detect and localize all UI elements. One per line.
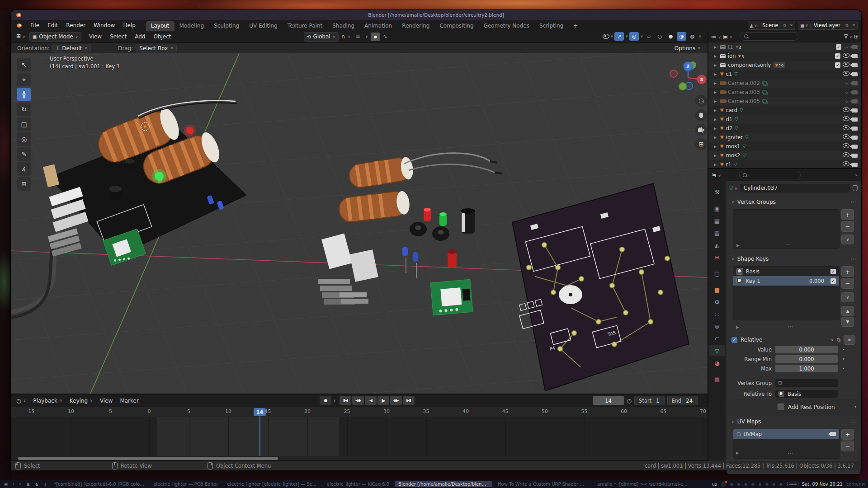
mode-dropdown[interactable]: ▣ Object Mode ∨	[29, 32, 81, 42]
outliner-search-input[interactable]	[741, 32, 798, 41]
playback-menu[interactable]: Playback∨	[29, 398, 66, 404]
snap-settings-dropdown[interactable]: ∨	[348, 35, 350, 39]
workspace-tab[interactable]: Scripting	[534, 21, 568, 31]
hide-eye-toggle[interactable]	[843, 53, 849, 59]
properties-tab[interactable]: ⚒	[710, 187, 724, 197]
expand-arrow-icon[interactable]: ▶	[714, 63, 718, 67]
current-frame-badge[interactable]: 14	[254, 408, 266, 416]
camera-render-toggle[interactable]	[852, 72, 858, 76]
workspace-tab[interactable]: Shading	[327, 21, 359, 31]
expand-arrow-icon[interactable]: ▶	[714, 72, 718, 76]
workspace-tab[interactable]: Rendering	[397, 21, 434, 31]
shading-wireframe-icon[interactable]: ○	[655, 32, 665, 41]
object-name[interactable]: card	[726, 107, 737, 113]
shape-key-mute-checkbox[interactable]: ✓	[830, 278, 836, 284]
vertex-groups-title[interactable]: Vertex Groups	[737, 199, 776, 205]
object-name[interactable]: d2	[726, 125, 733, 131]
properties-tab[interactable]: ▢	[710, 268, 724, 279]
tool-button[interactable]: ╬	[17, 88, 31, 101]
hide-eye-toggle[interactable]	[843, 134, 849, 141]
outliner-row[interactable]: ▶ ▼ d2 ▽ ▼ ✓ ⌄	[708, 124, 861, 133]
next-keyframe-button[interactable]: ◆▶	[390, 396, 402, 405]
camera-render-toggle[interactable]	[852, 63, 858, 67]
camera-render-toggle[interactable]	[852, 163, 858, 167]
use-preview-range-icon[interactable]: ◷	[627, 398, 632, 404]
properties-search-input[interactable]	[739, 171, 801, 179]
properties-tab[interactable]: ⚙	[710, 296, 724, 307]
hide-eye-toggle[interactable]	[843, 107, 849, 113]
properties-tab[interactable]: ▣	[710, 203, 724, 214]
app-icon[interactable]: ♞	[33, 482, 40, 487]
end-frame-field[interactable]: End24	[667, 396, 698, 405]
taskbar-window-button[interactable]: amalie ~ [dimmd] >< weird-kternel-clouds…	[594, 481, 691, 487]
camera-render-toggle[interactable]	[852, 136, 858, 140]
object-name[interactable]: componentsonly	[728, 62, 771, 68]
panel-collapse-icon[interactable]: ∨	[731, 200, 734, 204]
animate-dot[interactable]: •	[840, 347, 847, 352]
show-gizmo-icon[interactable]: ↗	[614, 32, 624, 41]
workspace-tab[interactable]: Geometry Nodes	[479, 21, 534, 31]
new-scene-icon[interactable]: ⧉	[781, 23, 788, 28]
hide-eye-toggle[interactable]	[843, 116, 849, 122]
list-resize-handle[interactable]: ∷∷	[786, 243, 790, 248]
shape-key-name[interactable]: Key 1	[746, 278, 760, 284]
shape-key-row[interactable]: Key 1 0.000 ✓	[733, 276, 839, 286]
expand-arrow-icon[interactable]: ▶	[714, 99, 718, 103]
remove-viewlayer-icon[interactable]: ✕	[850, 23, 857, 28]
object-name[interactable]: r1	[726, 161, 731, 168]
add-rest-position-checkbox[interactable]	[778, 404, 784, 410]
hide-eye-toggle[interactable]	[843, 71, 849, 77]
menubar-menu[interactable]: Window	[90, 20, 119, 31]
camera-render-toggle[interactable]	[852, 108, 858, 113]
vertex-groups-list[interactable]: ▶∷∷	[733, 209, 840, 249]
current-frame-field[interactable]: 14	[593, 396, 624, 405]
object-name[interactable]: ion	[728, 53, 736, 59]
expand-arrow-icon[interactable]: ▶	[714, 90, 718, 94]
scene-name[interactable]: Scene	[759, 22, 781, 28]
outliner-row[interactable]: ▶ ▼ componentsonly ▽ ▼19 ✓ ⌄	[708, 61, 861, 70]
eye-closed-toggle[interactable]: ⌄	[844, 81, 849, 85]
properties-tab[interactable]: ⊂	[710, 333, 724, 344]
vertex-group-field[interactable]: ⊞	[775, 379, 838, 387]
hide-eye-toggle[interactable]	[843, 62, 849, 68]
animate-dot[interactable]: •	[840, 357, 847, 361]
taskbar-window-button[interactable]: electric_lighter — PCB Editor	[150, 481, 222, 487]
expand-arrow-icon[interactable]: ▶	[714, 154, 718, 158]
start-frame-field[interactable]: Start1	[634, 396, 664, 405]
add-uv-map-button[interactable]: +	[841, 429, 854, 440]
timeline-scrollbar[interactable]	[18, 457, 278, 460]
proportional-dropdown[interactable]: ∨	[365, 35, 368, 39]
shape-keys-title[interactable]: Shape Keys	[737, 256, 769, 262]
tool-button[interactable]: ⌖	[17, 73, 31, 86]
list-expand-icon[interactable]: ▶	[736, 450, 739, 460]
view-menu[interactable]: View	[96, 398, 116, 404]
outliner-row[interactable]: ▶ ▼ r1 ▽ ▼ ✓ ⌄	[708, 160, 861, 169]
list-expand-icon[interactable]: ▶	[736, 243, 740, 248]
menubar-menu[interactable]: Help	[119, 20, 139, 31]
playhead-line[interactable]	[259, 416, 260, 456]
outliner-row[interactable]: ▶ ▼ d1 ▽ ▼ ✓ ⌄	[708, 115, 861, 124]
object-name[interactable]: Camera.002	[728, 80, 760, 86]
window-titlebar[interactable]: Blender [/home/amalie/Desktop/blender/ci…	[11, 10, 861, 20]
new-viewlayer-icon[interactable]: ⧉	[844, 23, 850, 28]
new-collection-icon[interactable]: ⊞	[854, 33, 859, 40]
workspace-tab[interactable]: Sculpting	[209, 21, 244, 31]
perspective-toggle-icon[interactable]: ⊞	[695, 138, 707, 150]
timeline-editor-type-icon[interactable]: ◷ ∨	[11, 398, 29, 404]
expand-arrow-icon[interactable]: ▶	[714, 108, 718, 113]
outliner-row[interactable]: ▶ ▼ mos1 ▽ ▼ ✓ ⌄	[708, 142, 861, 151]
list-resize-handle[interactable]: ∷∷	[788, 450, 793, 460]
object-name[interactable]: mos2	[726, 152, 741, 159]
properties-tab[interactable]: ▽	[709, 345, 725, 356]
tool-button[interactable]: ⊞	[17, 177, 31, 191]
viewlayer-browse-button[interactable]: ▦∨	[798, 23, 810, 28]
edit-mode-display-icon[interactable]: ⧉	[837, 337, 840, 343]
expand-arrow-icon[interactable]: ▶	[714, 45, 718, 49]
options-button[interactable]: Options∨	[675, 45, 700, 52]
outliner-row[interactable]: ▶ ▼ card ▽ ▼ ✓ ⌄	[708, 106, 861, 115]
menubar-menu[interactable]: Render	[62, 20, 90, 31]
object-name[interactable]: igniter	[726, 134, 743, 141]
datablock-name-field[interactable]: Cylinder.037	[740, 184, 850, 192]
eye-closed-toggle[interactable]: ⌄	[844, 90, 849, 94]
overlays-dropdown[interactable]: ∨	[640, 34, 643, 38]
